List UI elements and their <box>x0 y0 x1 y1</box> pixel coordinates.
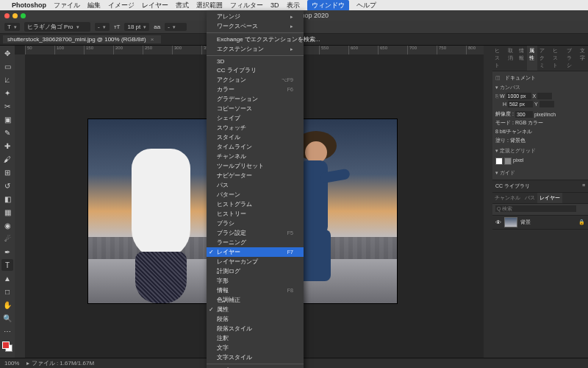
menu-item[interactable]: レイヤーF7 <box>207 247 304 257</box>
eraser-tool[interactable]: ◧ <box>1 193 13 205</box>
menu-edit[interactable]: 編集 <box>87 1 101 10</box>
blur-tool[interactable]: ◉ <box>1 219 13 231</box>
menu-item[interactable]: CC ライブラリ <box>207 66 304 75</box>
crop-tool[interactable]: ✂ <box>1 100 13 112</box>
ruler-swatch[interactable] <box>495 158 503 165</box>
panel-tab[interactable]: ヒスト <box>551 46 564 71</box>
menu-item[interactable]: 段落 <box>207 314 304 324</box>
menu-image[interactable]: イメージ <box>108 1 135 10</box>
color-swatches[interactable] <box>2 342 12 352</box>
history-brush-tool[interactable]: ↺ <box>1 180 13 191</box>
panel-tab[interactable]: レイヤー <box>537 193 562 203</box>
eyedropper-tool[interactable]: ✎ <box>1 127 13 138</box>
doc-info[interactable]: ▸ ファイル : 1.67M/1.67M <box>26 359 94 367</box>
menu-item[interactable]: 計測ログ <box>207 266 304 276</box>
menu-item[interactable]: グラデーション <box>207 94 304 104</box>
menu-item[interactable]: レイヤーカンプ <box>207 257 304 266</box>
menu-item[interactable]: カラーF6 <box>207 85 304 94</box>
menu-item[interactable]: ブラシ <box>207 219 304 228</box>
font-size-select[interactable]: 18 pt <box>124 23 149 31</box>
panel-tab[interactable]: ヒスト <box>492 46 506 71</box>
menu-item[interactable]: パターン <box>207 190 304 199</box>
resolution-unit-select[interactable]: pixel/inch <box>534 112 556 117</box>
menu-item[interactable]: パス <box>207 180 304 190</box>
menu-item[interactable]: 3D <box>207 57 304 66</box>
panel-tab[interactable]: ブラシ <box>564 46 578 71</box>
menu-view[interactable]: 表示 <box>287 1 300 10</box>
menu-item[interactable]: ワークスペース <box>207 21 304 31</box>
link-dimensions-icon[interactable]: ⎘ <box>495 93 498 99</box>
layer-row[interactable]: 背景 🔒 <box>492 216 588 230</box>
menu-select[interactable]: 選択範囲 <box>196 1 223 10</box>
font-family-select[interactable]: ヒラギノ角ゴ Pro <box>24 22 90 32</box>
menu-item[interactable]: ラーニング <box>207 238 304 247</box>
grid-swatch[interactable] <box>504 158 512 165</box>
menu-layer[interactable]: レイヤー <box>142 1 168 10</box>
height-input[interactable] <box>508 101 533 107</box>
panel-tab[interactable]: 取消 <box>506 46 516 71</box>
antialias-select[interactable]: - <box>165 23 187 31</box>
type-tool[interactable]: T <box>1 259 13 271</box>
menu-window[interactable]: ウィンドウ <box>307 0 349 11</box>
panel-tab[interactable]: 文字 <box>578 46 588 71</box>
quick-select-tool[interactable]: ✦ <box>1 87 13 99</box>
menu-item[interactable]: ヒストグラム <box>207 199 304 209</box>
foreground-color-swatch[interactable] <box>2 342 10 349</box>
menu-item[interactable]: アレンジ <box>207 12 304 21</box>
ruler-unit-select[interactable]: pixel <box>513 158 523 165</box>
vertical-ruler[interactable] <box>15 54 25 358</box>
menu-item[interactable]: コピーソース <box>207 104 304 113</box>
menu-item[interactable]: 段落スタイル <box>207 324 304 333</box>
fill-select[interactable]: 背景色 <box>510 137 585 144</box>
panel-tab[interactable]: アクミ <box>537 46 551 71</box>
menu-item[interactable]: ツールプリセット <box>207 161 304 171</box>
stamp-tool[interactable]: ⊞ <box>1 166 13 178</box>
menu-item[interactable]: 情報F8 <box>207 286 304 295</box>
app-name[interactable]: Photoshop <box>12 1 46 9</box>
brush-tool[interactable]: 🖌 <box>1 153 13 165</box>
menu-type[interactable]: 書式 <box>176 1 189 10</box>
frame-tool[interactable]: ▣ <box>1 113 13 125</box>
menu-item[interactable]: 字形 <box>207 276 304 286</box>
menu-item[interactable]: タイムライン <box>207 142 304 152</box>
collapsed-panel-strip[interactable] <box>484 46 492 358</box>
menu-3d[interactable]: 3D <box>270 1 279 9</box>
layer-visibility-icon[interactable] <box>495 219 501 226</box>
panel-tab[interactable]: パス <box>523 193 537 203</box>
move-tool[interactable]: ✥ <box>1 47 13 59</box>
menu-item[interactable]: 色調補正 <box>207 295 304 305</box>
panel-menu-icon[interactable]: ≡ <box>582 183 585 190</box>
menu-item[interactable]: ヒストリー <box>207 209 304 219</box>
pen-tool[interactable]: ✒ <box>1 246 13 258</box>
close-tab-icon[interactable]: × <box>151 36 154 43</box>
gradient-tool[interactable]: ▦ <box>1 206 13 218</box>
menu-item[interactable]: チャンネル <box>207 152 304 161</box>
font-style-select[interactable]: - <box>95 23 110 31</box>
zoom-tool[interactable]: 🔍 <box>1 312 13 324</box>
tool-preset-button[interactable]: T <box>4 23 20 31</box>
close-window-button[interactable] <box>4 13 10 18</box>
menu-item[interactable]: アクション⌥F9 <box>207 75 304 85</box>
panel-tab[interactable]: チャンネル <box>492 193 523 203</box>
menu-help[interactable]: ヘルプ <box>356 1 376 10</box>
menu-item[interactable]: スウォッチ <box>207 123 304 132</box>
zoom-window-button[interactable] <box>21 13 26 18</box>
menu-item[interactable]: シェイプ <box>207 113 304 123</box>
menu-filter[interactable]: フィルター <box>230 1 263 10</box>
panel-tab[interactable]: 情報 <box>517 46 527 71</box>
menu-item[interactable]: Exchange でエクステンションを検索... <box>207 35 304 44</box>
grid-spacing-select[interactable] <box>525 158 535 165</box>
color-mode-select[interactable]: RGB カラー <box>515 119 585 127</box>
menu-file[interactable]: ファイル <box>54 1 80 10</box>
menu-item[interactable]: ナビゲーター <box>207 171 304 180</box>
menu-item[interactable]: 文字スタイル <box>207 353 304 362</box>
cc-libraries-panel-header[interactable]: CC ライブラリ≡ <box>492 180 588 193</box>
hand-tool[interactable]: ✋ <box>1 299 13 311</box>
resolution-input[interactable] <box>515 111 533 118</box>
x-input[interactable] <box>537 93 552 99</box>
layer-search-input[interactable] <box>495 205 576 212</box>
rectangle-tool[interactable]: □ <box>1 286 13 297</box>
dodge-tool[interactable]: ☄ <box>1 233 13 244</box>
width-input[interactable] <box>506 93 531 99</box>
menu-item[interactable]: 属性 <box>207 305 304 314</box>
